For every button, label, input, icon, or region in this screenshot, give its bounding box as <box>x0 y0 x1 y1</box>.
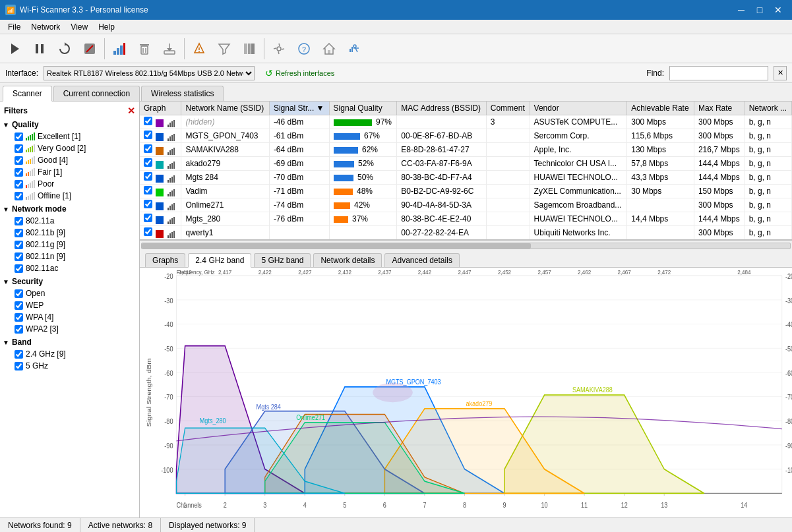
filter-item-offline[interactable]: Offline [1] <box>0 190 139 202</box>
refresh-button[interactable] <box>53 37 76 61</box>
table-row[interactable]: (hidden) -46 dBm 97% 3 ASUSTeK COMPUTE..… <box>140 115 792 129</box>
filter-item-wpa[interactable]: WPA [4] <box>0 311 139 323</box>
filter-item-fair[interactable]: Fair [1] <box>0 166 139 178</box>
graph-tab-5ghz[interactable]: 5 GHz band <box>254 253 311 267</box>
filter-item-80211n[interactable]: 802.11n [9] <box>0 251 139 262</box>
row-checkbox[interactable] <box>144 200 152 208</box>
filter-good-checkbox[interactable] <box>15 156 23 165</box>
menu-view[interactable]: View <box>65 21 93 33</box>
signal-graph-button[interactable] <box>107 37 131 61</box>
filter-wpa-checkbox[interactable] <box>15 313 23 322</box>
table-row[interactable]: Mgts 284 -70 dBm 50% 80-38-BC-4D-F7-A4 H… <box>140 171 792 185</box>
filter-button[interactable] <box>212 37 236 61</box>
row-checkbox[interactable] <box>144 158 152 167</box>
table-row[interactable]: SAMAKIVA288 -64 dBm 62% E8-8D-28-61-47-2… <box>140 143 792 157</box>
filter-80211n-checkbox[interactable] <box>15 252 23 261</box>
filter-group-quality-header[interactable]: ▼ Quality <box>0 119 139 131</box>
filter-clear-button[interactable]: ✕ <box>127 105 135 116</box>
info-button[interactable] <box>342 37 366 61</box>
filter-wpa2-checkbox[interactable] <box>15 325 23 334</box>
filter-item-80211g[interactable]: 802.11g [9] <box>0 239 139 251</box>
row-checkbox[interactable] <box>144 117 152 125</box>
table-row[interactable]: akado279 -69 dBm 52% CC-03-FA-87-F6-9A T… <box>140 157 792 171</box>
filter-item-wpa2[interactable]: WPA2 [3] <box>0 323 139 335</box>
col-comment[interactable]: Comment <box>486 102 530 115</box>
filter-group-netmode-header[interactable]: ▼ Network mode <box>0 203 139 215</box>
filter-item-excellent[interactable]: Excellent [1] <box>0 131 139 142</box>
filter-80211g-checkbox[interactable] <box>15 241 23 249</box>
filter-item-2ghz[interactable]: 2.4 GHz [9] <box>0 348 139 360</box>
find-clear-button[interactable]: ✕ <box>774 66 787 80</box>
table-row[interactable]: Mgts_280 -76 dBm 37% 80-38-BC-4E-E2-40 H… <box>140 212 792 226</box>
find-input[interactable] <box>669 66 768 80</box>
menu-file[interactable]: File <box>3 21 26 33</box>
filter-fair-checkbox[interactable] <box>15 168 23 177</box>
home-button[interactable] <box>317 37 341 61</box>
clear-button[interactable] <box>133 37 156 61</box>
tab-wireless-statistics[interactable]: Wireless statistics <box>141 86 224 101</box>
filter-item-5ghz[interactable]: 5 GHz <box>0 360 139 372</box>
filter-poor-checkbox[interactable] <box>15 180 23 189</box>
menu-help[interactable]: Help <box>93 21 120 33</box>
col-vendor[interactable]: Vendor <box>530 102 627 115</box>
filter-offline-checkbox[interactable] <box>15 192 23 200</box>
col-ssid[interactable]: Network Name (SSID) <box>181 102 269 115</box>
row-checkbox[interactable] <box>144 227 152 236</box>
filter-open-checkbox[interactable] <box>15 289 23 298</box>
filter-group-band-header[interactable]: ▼ Band <box>0 336 139 348</box>
help-button[interactable]: ? <box>292 37 316 61</box>
graph-tab-graphs[interactable]: Graphs <box>145 253 185 267</box>
col-graph[interactable]: Graph <box>140 102 181 115</box>
row-checkbox[interactable] <box>144 186 152 194</box>
graph-tab-24ghz[interactable]: 2.4 GHz band <box>188 253 251 268</box>
columns-button[interactable] <box>237 37 261 61</box>
export-button[interactable] <box>158 37 181 61</box>
table-row[interactable]: Vadim -71 dBm 48% B0-B2-DC-A9-92-6C ZyXE… <box>140 185 792 198</box>
graph-tab-netdetails[interactable]: Network details <box>313 253 382 267</box>
scan-button[interactable] <box>3 37 26 61</box>
filter-item-80211b[interactable]: 802.11b [9] <box>0 227 139 239</box>
filter-item-poor[interactable]: Poor <box>0 178 139 190</box>
tab-current-connection[interactable]: Current connection <box>53 86 140 101</box>
stop-button[interactable] <box>78 37 102 61</box>
filter-item-good[interactable]: Good [4] <box>0 154 139 166</box>
scrollbar-track[interactable] <box>141 243 791 249</box>
menu-network[interactable]: Network <box>26 21 65 33</box>
filter-wep-checkbox[interactable] <box>15 301 23 310</box>
pause-button[interactable] <box>28 37 51 61</box>
filter-item-80211ac[interactable]: 802.11ac <box>0 262 139 274</box>
filter-item-verygood[interactable]: Very Good [2] <box>0 142 139 154</box>
table-row[interactable]: MGTS_GPON_7403 -61 dBm 67% 00-0E-8F-67-B… <box>140 129 792 143</box>
filter-verygood-checkbox[interactable] <box>15 144 23 153</box>
minimize-button[interactable]: ─ <box>733 3 750 16</box>
row-checkbox[interactable] <box>144 144 152 153</box>
graph-tab-advdetails[interactable]: Advanced details <box>384 253 459 267</box>
col-quality[interactable]: Signal Quality <box>329 102 397 115</box>
filter-5ghz-checkbox[interactable] <box>15 362 23 370</box>
row-checkbox[interactable] <box>144 172 152 181</box>
refresh-interfaces-button[interactable]: ↺ Refresh interfaces <box>260 66 340 80</box>
filter-2ghz-checkbox[interactable] <box>15 350 23 359</box>
filter-group-security-header[interactable]: ▼ Security <box>0 276 139 287</box>
filter-item-80211a[interactable]: 802.11a <box>0 215 139 227</box>
filter-item-open[interactable]: Open <box>0 287 139 299</box>
filter-80211ac-checkbox[interactable] <box>15 264 23 273</box>
tab-scanner[interactable]: Scanner <box>3 86 52 102</box>
col-maxrate[interactable]: Max Rate <box>694 102 745 115</box>
alert-button[interactable] <box>187 37 211 61</box>
row-checkbox[interactable] <box>144 214 152 222</box>
scrollbar-thumb[interactable] <box>142 243 531 249</box>
filter-80211a-checkbox[interactable] <box>15 217 23 225</box>
filter-excellent-checkbox[interactable] <box>15 133 23 141</box>
col-mac[interactable]: MAC Address (BSSID) <box>397 102 486 115</box>
filter-80211b-checkbox[interactable] <box>15 229 23 237</box>
settings-button[interactable] <box>267 37 291 61</box>
table-row[interactable]: Onlime271 -74 dBm 42% 90-4D-4A-84-5D-3A … <box>140 198 792 212</box>
table-row[interactable]: qwerty1 00-27-22-82-24-EA Ubiquiti Netwo… <box>140 226 792 240</box>
filter-item-wep[interactable]: WEP <box>0 299 139 311</box>
maximize-button[interactable]: □ <box>751 3 768 16</box>
horizontal-scrollbar[interactable] <box>140 240 792 251</box>
network-table-container[interactable]: Graph Network Name (SSID) Signal Str... … <box>140 102 792 240</box>
col-strength[interactable]: Signal Str... ▼ <box>269 102 329 115</box>
interface-select[interactable]: Realtek RTL8187 Wireless 802.11b/g 54Mbp… <box>44 66 255 80</box>
